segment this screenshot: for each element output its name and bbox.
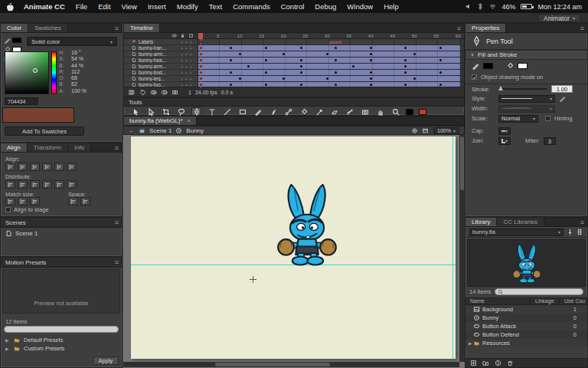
layer-name-bunny-hea-[interactable]: bunny-hea...••• xyxy=(124,58,198,64)
space-h-icon[interactable] xyxy=(80,197,90,205)
hue-slider[interactable] xyxy=(51,51,57,94)
layer-state-dots[interactable]: ••• xyxy=(181,52,198,57)
menu-item-edit[interactable]: Edit xyxy=(93,0,116,13)
align-center-h-icon[interactable] xyxy=(18,163,28,171)
layer-name-bunny-leg-[interactable]: bunny-leg...••• xyxy=(124,76,198,82)
layer-frames[interactable] xyxy=(198,70,464,76)
column-use-count[interactable]: Use Cou xyxy=(559,298,587,304)
align-left-icon[interactable] xyxy=(5,163,15,171)
preset-search-input[interactable] xyxy=(4,326,119,333)
keyframe[interactable] xyxy=(265,71,267,74)
zoom-tool-icon[interactable] xyxy=(390,107,400,116)
camera-tool-icon[interactable] xyxy=(360,107,370,116)
keyframe[interactable] xyxy=(326,77,328,80)
layer-frames[interactable] xyxy=(198,76,464,82)
distribute-left-icon[interactable] xyxy=(42,180,52,189)
edit-symbols-icon[interactable] xyxy=(411,127,418,134)
close-icon[interactable]: × xyxy=(188,117,191,126)
scenes-panel-title[interactable]: Scenes≡ xyxy=(1,218,122,228)
lock-icon[interactable] xyxy=(180,33,185,38)
color-value-field[interactable]: H:16 ° xyxy=(59,50,120,56)
tools-stroke-swatch[interactable] xyxy=(406,109,413,115)
pin-library-icon[interactable] xyxy=(567,228,573,235)
tab-properties[interactable]: Properties xyxy=(466,24,506,32)
keyframe[interactable] xyxy=(300,65,302,67)
color-value-field[interactable]: A:100 % xyxy=(59,88,120,94)
keyframe[interactable] xyxy=(300,71,302,74)
menu-item-window[interactable]: Window xyxy=(341,0,378,13)
keyframe[interactable] xyxy=(265,47,267,49)
match-both-icon[interactable] xyxy=(30,197,40,205)
layer-frames[interactable]: punch xyxy=(198,39,464,45)
presets-panel-title[interactable]: Motion Presets≡ xyxy=(1,258,122,268)
subselection-tool-icon[interactable] xyxy=(145,107,155,116)
library-item-button-attack[interactable]: Button Attack0 xyxy=(466,322,587,330)
keyframe[interactable] xyxy=(439,71,442,74)
back-arrow-icon[interactable]: ← xyxy=(129,127,135,134)
outline-icon[interactable] xyxy=(188,33,194,38)
color-value-field[interactable]: G:68 xyxy=(59,75,120,81)
tab-library[interactable]: Library xyxy=(466,218,497,226)
menu-item-view[interactable]: View xyxy=(116,0,142,13)
library-item-background[interactable]: Background1 xyxy=(466,305,587,314)
keyframe[interactable] xyxy=(370,47,372,49)
rectangle-tool-icon[interactable] xyxy=(237,107,247,116)
keyframe[interactable] xyxy=(413,53,416,55)
fill-color-swatch[interactable] xyxy=(518,63,528,69)
stage-vertical-scrollbar[interactable] xyxy=(459,135,465,362)
miter-value-field[interactable]: 3 xyxy=(544,137,556,145)
eye-icon[interactable] xyxy=(172,33,177,38)
stroke-color-proxy[interactable] xyxy=(4,37,24,44)
layer-state-dots[interactable]: ••• xyxy=(181,58,198,63)
apply-button[interactable]: Apply xyxy=(93,356,119,365)
column-name[interactable]: Name xyxy=(466,298,530,304)
keyframe[interactable] xyxy=(370,59,372,61)
menu-item-control[interactable]: Control xyxy=(276,0,310,13)
stroke-slider[interactable] xyxy=(498,88,547,90)
width-tool-icon[interactable] xyxy=(345,107,354,116)
tab-cc-libraries[interactable]: CC Libraries xyxy=(497,218,544,226)
space-v-icon[interactable] xyxy=(68,197,78,205)
new-symbol-icon[interactable] xyxy=(470,360,477,366)
distribute-top-icon[interactable] xyxy=(5,180,15,189)
tab-timeline[interactable]: Timeline xyxy=(124,24,160,32)
brush-tool-icon[interactable] xyxy=(268,107,278,116)
layer-frames[interactable] xyxy=(198,45,464,51)
keyframe[interactable] xyxy=(239,53,241,55)
saturation-brightness-picker[interactable] xyxy=(5,51,49,94)
keyframe[interactable] xyxy=(283,77,285,80)
add-to-swatches-button[interactable]: Add To Swatches xyxy=(5,127,84,136)
library-item-resources[interactable]: ▶Resources xyxy=(466,339,587,347)
distribute-center-h-icon[interactable] xyxy=(54,180,64,189)
keyframe[interactable] xyxy=(370,53,372,55)
library-document-select[interactable]: bunny.fla▾ xyxy=(469,228,564,236)
wifi-icon[interactable] xyxy=(489,3,496,10)
selection-tool-icon[interactable] xyxy=(130,107,140,116)
center-frame-icon[interactable] xyxy=(129,89,136,96)
checkbox-icon[interactable] xyxy=(5,207,11,212)
new-folder-icon[interactable] xyxy=(482,360,489,366)
keyframe[interactable] xyxy=(265,59,267,61)
section-fill-and-stroke[interactable]: ▼ Fill and Stroke xyxy=(466,50,587,60)
keyframe[interactable] xyxy=(326,53,328,55)
menu-item-commands[interactable]: Commands xyxy=(227,0,276,13)
preset-folder-custom-presets[interactable]: ▶Custom Presets xyxy=(2,344,122,353)
distribute-center-v-icon[interactable] xyxy=(18,180,28,189)
color-value-field[interactable]: B:52 xyxy=(59,81,120,87)
panel-menu-icon[interactable]: ≡ xyxy=(115,218,119,227)
onion-skin-icon[interactable] xyxy=(150,89,157,96)
layer-state-dots[interactable]: ••• xyxy=(181,77,198,81)
layer-name-bunny-arm-[interactable]: bunny-arm...••• xyxy=(124,51,198,58)
pen-tool-icon[interactable] xyxy=(191,107,201,116)
breadcrumb-symbol[interactable]: Bunny xyxy=(186,127,204,134)
panel-menu-icon[interactable]: ≡ xyxy=(115,24,119,33)
tab-align[interactable]: Align xyxy=(1,143,28,152)
keyframe[interactable] xyxy=(439,59,442,61)
color-type-select[interactable]: Solid color▾ xyxy=(27,37,117,46)
menubar-clock[interactable]: Mon 12:24 am xyxy=(537,3,582,11)
panel-menu-icon[interactable]: ≡ xyxy=(115,258,119,267)
delete-icon[interactable] xyxy=(507,360,514,366)
breadcrumb-scene[interactable]: Scene 1 xyxy=(149,127,172,134)
align-center-v-icon[interactable] xyxy=(54,163,64,171)
timeline-ruler[interactable]: 51015202530354045505560 xyxy=(198,33,464,39)
